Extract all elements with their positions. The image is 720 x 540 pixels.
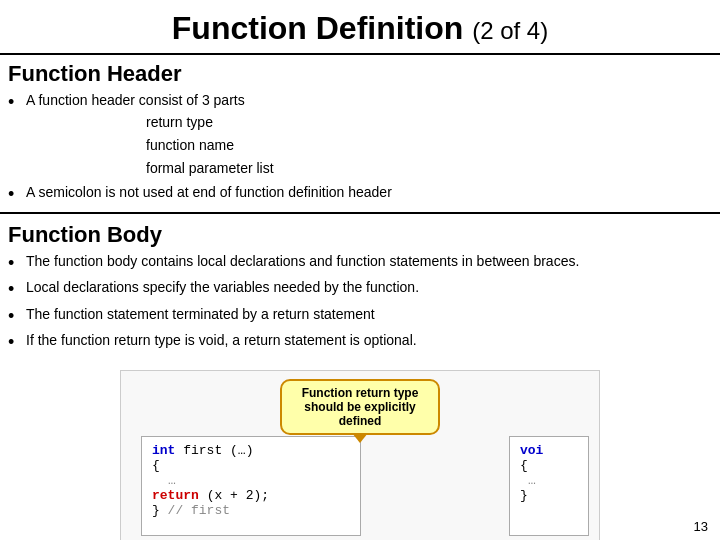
title-text: Function Definition: [172, 10, 464, 46]
bullet-item-2: • A semicolon is not used at end of func…: [8, 183, 712, 206]
code-rest-4: (x + 2);: [207, 488, 269, 503]
code-comment: // first: [168, 503, 230, 518]
keyword-int: int: [152, 443, 175, 458]
body-bullet-text-2: Local declarations specify the variables…: [26, 278, 419, 298]
function-body-bullets: • The function body contains local decla…: [0, 250, 720, 362]
bullet-dot-1: •: [8, 91, 26, 114]
code-diagram: Function return type should be explicitl…: [120, 370, 600, 540]
code-line-1: int first (…): [152, 443, 350, 458]
function-header-title: Function Header: [0, 55, 720, 89]
body-bullet-text-4: If the function return type is void, a r…: [26, 331, 417, 351]
body-bullet-4: • If the function return type is void, a…: [8, 331, 712, 354]
function-body-title: Function Body: [0, 216, 720, 250]
code-line-4: return (x + 2);: [152, 488, 350, 503]
bullet-dot-2: •: [8, 183, 26, 206]
indented-item-3: formal parameter list: [146, 158, 274, 179]
bullet-item-1: • A function header consist of 3 parts r…: [8, 91, 712, 181]
code-line-2: {: [152, 458, 350, 473]
body-bullet-dot-3: •: [8, 305, 26, 328]
code-block-right: voi { … }: [509, 436, 589, 536]
body-bullet-dot-1: •: [8, 252, 26, 275]
code-line-3: …: [152, 473, 350, 488]
body-bullet-2: • Local declarations specify the variabl…: [8, 278, 712, 301]
page-number: 13: [694, 519, 708, 534]
function-header-bullets: • A function header consist of 3 parts r…: [0, 89, 720, 212]
body-bullet-1: • The function body contains local decla…: [8, 252, 712, 275]
section-divider: [0, 212, 720, 214]
bullet-text-2: A semicolon is not used at end of functi…: [26, 183, 392, 203]
keyword-return: return: [152, 488, 199, 503]
indented-item-1: return type: [146, 112, 274, 133]
page-title: Function Definition (2 of 4): [0, 0, 720, 55]
body-bullet-text-3: The function statement terminated by a r…: [26, 305, 375, 325]
code-rest-1: first (…): [183, 443, 253, 458]
speech-bubble: Function return type should be explicitl…: [280, 379, 440, 435]
indented-list: return type function name formal paramet…: [26, 112, 274, 179]
subtitle-text: (2 of 4): [472, 17, 548, 44]
code-line-5: } // first: [152, 503, 350, 518]
body-bullet-dot-2: •: [8, 278, 26, 301]
indented-item-2: function name: [146, 135, 274, 156]
bullet-text-1: A function header consist of 3 parts ret…: [26, 91, 274, 181]
code-block: int first (…) { … return (x + 2); } // f…: [141, 436, 361, 536]
body-bullet-text-1: The function body contains local declara…: [26, 252, 579, 272]
body-bullet-3: • The function statement terminated by a…: [8, 305, 712, 328]
body-bullet-dot-4: •: [8, 331, 26, 354]
